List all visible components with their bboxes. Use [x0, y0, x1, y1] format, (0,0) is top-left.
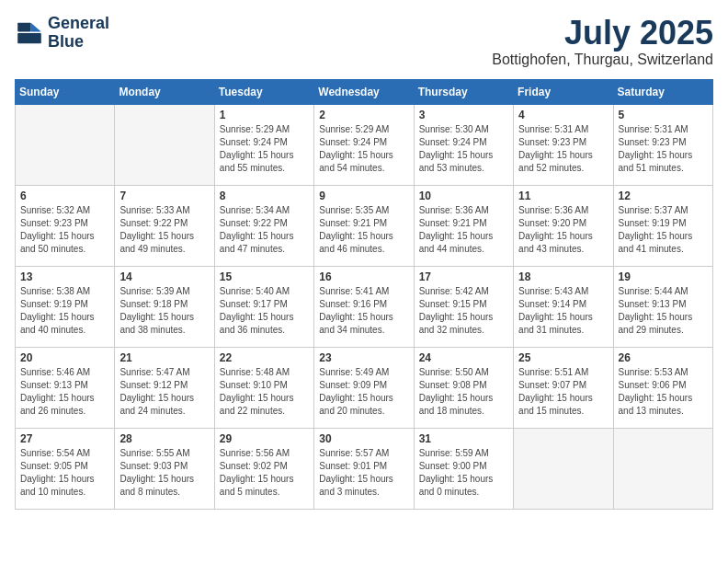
day-info: Sunrise: 5:30 AM Sunset: 9:24 PM Dayligh…: [419, 123, 508, 175]
svg-rect-1: [17, 23, 30, 32]
day-info: Sunrise: 5:34 AM Sunset: 9:22 PM Dayligh…: [220, 204, 309, 256]
day-number: 4: [518, 109, 608, 121]
svg-rect-2: [17, 33, 41, 43]
calendar-cell: 29Sunrise: 5:56 AM Sunset: 9:02 PM Dayli…: [214, 428, 313, 509]
day-info: Sunrise: 5:55 AM Sunset: 9:03 PM Dayligh…: [119, 447, 209, 499]
day-info: Sunrise: 5:57 AM Sunset: 9:01 PM Dayligh…: [319, 447, 408, 499]
day-info: Sunrise: 5:29 AM Sunset: 9:24 PM Dayligh…: [319, 123, 408, 175]
calendar-cell: 16Sunrise: 5:41 AM Sunset: 9:16 PM Dayli…: [314, 266, 414, 347]
day-number: 29: [220, 432, 309, 445]
calendar-cell: 20Sunrise: 5:46 AM Sunset: 9:13 PM Dayli…: [16, 347, 115, 428]
logo: General Blue: [15, 15, 109, 52]
day-number: 23: [319, 351, 408, 364]
day-number: 5: [619, 109, 708, 121]
calendar-cell: 1Sunrise: 5:29 AM Sunset: 9:24 PM Daylig…: [214, 104, 313, 185]
day-number: 25: [518, 351, 608, 364]
calendar-cell: 5Sunrise: 5:31 AM Sunset: 9:23 PM Daylig…: [613, 104, 712, 185]
calendar-cell: 3Sunrise: 5:30 AM Sunset: 9:24 PM Daylig…: [414, 104, 513, 185]
day-info: Sunrise: 5:56 AM Sunset: 9:02 PM Dayligh…: [220, 447, 309, 499]
day-number: 27: [20, 432, 109, 445]
calendar-cell: [115, 104, 214, 185]
calendar-cell: 26Sunrise: 5:53 AM Sunset: 9:06 PM Dayli…: [613, 347, 712, 428]
day-info: Sunrise: 5:59 AM Sunset: 9:00 PM Dayligh…: [419, 447, 508, 499]
weekday-header: Thursday: [414, 79, 513, 104]
calendar-cell: 28Sunrise: 5:55 AM Sunset: 9:03 PM Dayli…: [115, 428, 214, 509]
day-info: Sunrise: 5:35 AM Sunset: 9:21 PM Dayligh…: [319, 204, 408, 256]
day-info: Sunrise: 5:51 AM Sunset: 9:07 PM Dayligh…: [518, 366, 608, 418]
calendar-cell: 23Sunrise: 5:49 AM Sunset: 9:09 PM Dayli…: [314, 347, 414, 428]
calendar-cell: 6Sunrise: 5:32 AM Sunset: 9:23 PM Daylig…: [16, 185, 115, 266]
calendar-header: SundayMondayTuesdayWednesdayThursdayFrid…: [16, 79, 713, 104]
day-info: Sunrise: 5:53 AM Sunset: 9:06 PM Dayligh…: [619, 366, 708, 418]
day-number: 3: [419, 109, 508, 121]
calendar-cell: 10Sunrise: 5:36 AM Sunset: 9:21 PM Dayli…: [414, 185, 513, 266]
weekday-header: Friday: [514, 79, 613, 104]
day-number: 22: [220, 351, 309, 364]
day-number: 19: [619, 270, 708, 283]
day-info: Sunrise: 5:43 AM Sunset: 9:14 PM Dayligh…: [518, 285, 608, 337]
day-number: 10: [419, 190, 508, 202]
day-info: Sunrise: 5:36 AM Sunset: 9:20 PM Dayligh…: [518, 204, 608, 256]
calendar-cell: 17Sunrise: 5:42 AM Sunset: 9:15 PM Dayli…: [414, 266, 513, 347]
day-number: 30: [319, 432, 408, 445]
day-info: Sunrise: 5:39 AM Sunset: 9:18 PM Dayligh…: [119, 285, 209, 337]
day-number: 15: [220, 270, 309, 283]
day-info: Sunrise: 5:50 AM Sunset: 9:08 PM Dayligh…: [419, 366, 508, 418]
day-number: 8: [220, 190, 309, 202]
day-info: Sunrise: 5:29 AM Sunset: 9:24 PM Dayligh…: [220, 123, 309, 175]
day-number: 9: [319, 190, 408, 202]
day-info: Sunrise: 5:37 AM Sunset: 9:19 PM Dayligh…: [619, 204, 708, 256]
calendar-cell: 25Sunrise: 5:51 AM Sunset: 9:07 PM Dayli…: [514, 347, 613, 428]
day-number: 28: [119, 432, 209, 445]
day-info: Sunrise: 5:32 AM Sunset: 9:23 PM Dayligh…: [20, 204, 109, 256]
day-number: 11: [518, 190, 608, 202]
day-number: 21: [119, 351, 209, 364]
page-header: General Blue July 2025 Bottighofen, Thur…: [15, 15, 713, 68]
day-info: Sunrise: 5:38 AM Sunset: 9:19 PM Dayligh…: [20, 285, 109, 337]
calendar-cell: 22Sunrise: 5:48 AM Sunset: 9:10 PM Dayli…: [214, 347, 313, 428]
day-number: 17: [419, 270, 508, 283]
calendar-cell: 18Sunrise: 5:43 AM Sunset: 9:14 PM Dayli…: [514, 266, 613, 347]
calendar-cell: 9Sunrise: 5:35 AM Sunset: 9:21 PM Daylig…: [314, 185, 414, 266]
day-number: 1: [220, 109, 309, 121]
day-info: Sunrise: 5:31 AM Sunset: 9:23 PM Dayligh…: [518, 123, 608, 175]
day-info: Sunrise: 5:36 AM Sunset: 9:21 PM Dayligh…: [419, 204, 508, 256]
calendar-cell: [16, 104, 115, 185]
weekday-header: Sunday: [16, 79, 115, 104]
day-number: 12: [619, 190, 708, 202]
day-info: Sunrise: 5:41 AM Sunset: 9:16 PM Dayligh…: [319, 285, 408, 337]
day-number: 14: [119, 270, 209, 283]
weekday-header: Monday: [115, 79, 214, 104]
calendar-cell: 19Sunrise: 5:44 AM Sunset: 9:13 PM Dayli…: [613, 266, 712, 347]
calendar-cell: 30Sunrise: 5:57 AM Sunset: 9:01 PM Dayli…: [314, 428, 414, 509]
location: Bottighofen, Thurgau, Switzerland: [492, 52, 713, 68]
day-info: Sunrise: 5:44 AM Sunset: 9:13 PM Dayligh…: [619, 285, 708, 337]
day-info: Sunrise: 5:49 AM Sunset: 9:09 PM Dayligh…: [319, 366, 408, 418]
day-number: 2: [319, 109, 408, 121]
weekday-header: Saturday: [613, 79, 712, 104]
day-number: 7: [119, 190, 209, 202]
day-number: 20: [20, 351, 109, 364]
day-number: 18: [518, 270, 608, 283]
logo-text: General Blue: [48, 15, 109, 52]
day-number: 31: [419, 432, 508, 445]
day-info: Sunrise: 5:42 AM Sunset: 9:15 PM Dayligh…: [419, 285, 508, 337]
calendar-cell: 4Sunrise: 5:31 AM Sunset: 9:23 PM Daylig…: [514, 104, 613, 185]
day-info: Sunrise: 5:40 AM Sunset: 9:17 PM Dayligh…: [220, 285, 309, 337]
day-number: 6: [20, 190, 109, 202]
calendar-cell: 11Sunrise: 5:36 AM Sunset: 9:20 PM Dayli…: [514, 185, 613, 266]
calendar-cell: 24Sunrise: 5:50 AM Sunset: 9:08 PM Dayli…: [414, 347, 513, 428]
calendar-table: SundayMondayTuesdayWednesdayThursdayFrid…: [15, 79, 713, 510]
calendar-cell: 15Sunrise: 5:40 AM Sunset: 9:17 PM Dayli…: [214, 266, 313, 347]
day-number: 13: [20, 270, 109, 283]
weekday-header: Tuesday: [214, 79, 313, 104]
day-info: Sunrise: 5:54 AM Sunset: 9:05 PM Dayligh…: [20, 447, 109, 499]
weekday-header: Wednesday: [314, 79, 414, 104]
calendar-cell: 13Sunrise: 5:38 AM Sunset: 9:19 PM Dayli…: [16, 266, 115, 347]
day-number: 26: [619, 351, 708, 364]
day-info: Sunrise: 5:46 AM Sunset: 9:13 PM Dayligh…: [20, 366, 109, 418]
day-info: Sunrise: 5:47 AM Sunset: 9:12 PM Dayligh…: [119, 366, 209, 418]
calendar-cell: 7Sunrise: 5:33 AM Sunset: 9:22 PM Daylig…: [115, 185, 214, 266]
calendar-cell: [514, 428, 613, 509]
calendar-cell: 21Sunrise: 5:47 AM Sunset: 9:12 PM Dayli…: [115, 347, 214, 428]
